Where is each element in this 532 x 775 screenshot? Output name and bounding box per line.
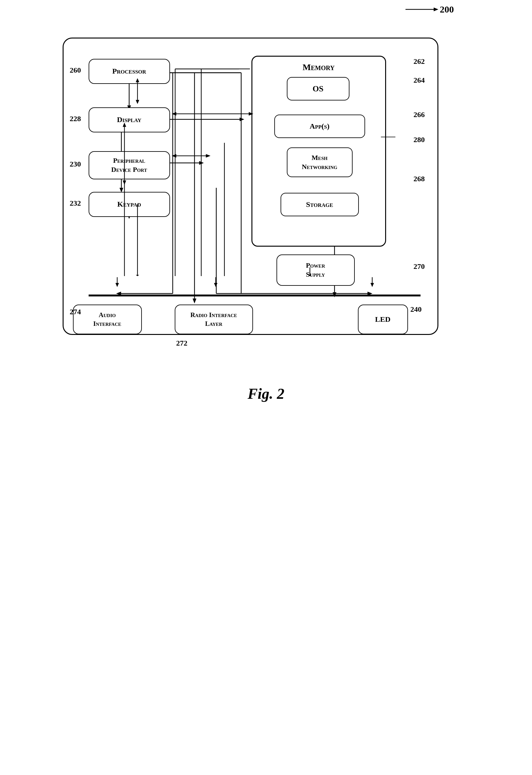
svg-marker-51 bbox=[115, 283, 119, 287]
memory-outer-box: Memory OS App(s) MeshNetworking Storage bbox=[251, 56, 386, 247]
keypad-box: Keypad bbox=[89, 192, 170, 217]
mesh-networking-box: MeshNetworking bbox=[287, 147, 353, 177]
ref-270: 270 bbox=[414, 262, 425, 271]
svg-marker-42 bbox=[171, 154, 176, 157]
ref-240: 240 bbox=[411, 305, 422, 313]
storage-box: Storage bbox=[281, 193, 359, 216]
ref-228: 228 bbox=[70, 115, 81, 123]
audio-interface-box: AudioInterface bbox=[73, 304, 142, 334]
power-supply-box: PowerSupply bbox=[277, 254, 355, 286]
ref-260: 260 bbox=[70, 66, 81, 74]
svg-marker-31 bbox=[135, 100, 139, 104]
svg-marker-44 bbox=[135, 275, 139, 276]
diagram-area: 200 bbox=[63, 19, 470, 335]
main-outer-box: Processor 260 Display 228 PeripheralDevi… bbox=[63, 38, 438, 335]
ref-272: 272 bbox=[176, 339, 187, 347]
ref-230: 230 bbox=[70, 160, 81, 168]
radio-interface-layer-box: Radio InterfaceLayer bbox=[175, 304, 253, 334]
svg-marker-10 bbox=[199, 161, 204, 165]
os-box: OS bbox=[287, 77, 350, 100]
svg-marker-55 bbox=[371, 283, 374, 287]
processor-box: Processor bbox=[89, 59, 170, 84]
figure-caption: Fig. 2 bbox=[248, 385, 284, 402]
ref-262: 262 bbox=[414, 57, 425, 66]
svg-marker-7 bbox=[239, 117, 244, 121]
ref-280: 280 bbox=[414, 135, 425, 144]
fig200-label: 200 bbox=[406, 3, 454, 16]
ref-266: 266 bbox=[414, 110, 425, 119]
ref-268: 268 bbox=[414, 175, 425, 183]
peripheral-box: PeripheralDevice Port bbox=[89, 151, 170, 179]
svg-marker-53 bbox=[214, 283, 217, 287]
svg-marker-23 bbox=[192, 298, 196, 303]
apps-box: App(s) bbox=[274, 115, 365, 138]
bus-bar bbox=[89, 294, 421, 296]
ref-232: 232 bbox=[70, 199, 81, 207]
led-box: LED bbox=[358, 304, 408, 334]
svg-marker-47 bbox=[122, 180, 126, 185]
ref-274: 274 bbox=[70, 308, 81, 316]
svg-marker-39 bbox=[171, 112, 176, 115]
display-box: Display bbox=[89, 107, 170, 132]
svg-marker-41 bbox=[206, 154, 210, 157]
ref-264: 264 bbox=[414, 76, 425, 84]
svg-marker-1 bbox=[434, 8, 438, 11]
memory-label: Memory bbox=[252, 62, 385, 72]
page-container: 200 bbox=[0, 0, 532, 775]
